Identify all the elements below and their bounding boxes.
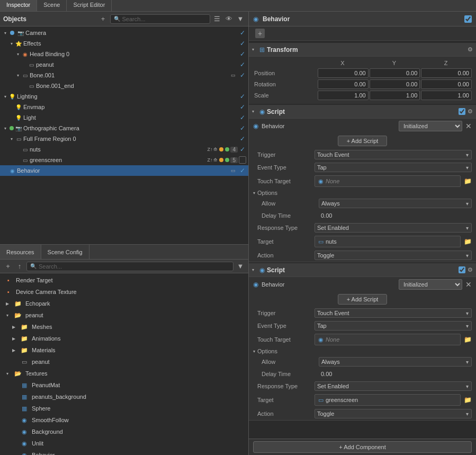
script1-gear-icon[interactable]: ⚙ — [468, 108, 473, 115]
check-lighting[interactable]: ✓ — [239, 93, 246, 100]
resource-animations[interactable]: ▶ 📁 Animations — [0, 333, 248, 344]
resource-echopark[interactable]: ▶ 📁 Echopark — [0, 298, 248, 309]
resource-peanutmat[interactable]: ▦ PeanutMat — [0, 379, 248, 391]
transform-gear-icon[interactable]: ⚙ — [468, 46, 473, 53]
tree-item-effects[interactable]: ▾ ⭐ Effects ✓ — [0, 38, 248, 49]
rotation-x[interactable] — [318, 79, 369, 89]
tree-item-behavior[interactable]: ◉ Behavior ▭ ✓ — [0, 165, 248, 176]
script2-options-arrow[interactable]: ▾ — [253, 349, 255, 354]
script2-add-script-btn[interactable]: + Add Script — [338, 294, 388, 305]
tree-item-bone001[interactable]: ▾ ▭ Bone.001 ▭ ✓ — [0, 70, 248, 81]
check-behavior[interactable]: ✓ — [239, 167, 246, 174]
arrow-textures[interactable]: ▾ — [4, 370, 11, 377]
arrow-meshes[interactable]: ▶ — [11, 324, 17, 330]
script1-touch-folder-icon[interactable]: 📁 — [464, 177, 472, 185]
script1-target-folder-icon[interactable]: 📁 — [464, 238, 472, 245]
resource-textures[interactable]: ▾ 📂 Textures — [0, 368, 248, 379]
resource-smooth-follow[interactable]: ◉ SmoothFollow — [0, 414, 248, 426]
script2-touch-folder-icon[interactable]: 📁 — [464, 336, 472, 343]
objects-list-view-btn[interactable]: ☰ — [212, 14, 222, 24]
resource-peanuts-bg[interactable]: ▦ peanuts_background — [0, 391, 248, 403]
script1-checkbox[interactable] — [459, 108, 465, 115]
script2-checkbox[interactable] — [459, 266, 465, 273]
scale-z[interactable] — [421, 91, 472, 100]
script2-action-select[interactable]: Toggle — [315, 409, 472, 418]
arrow-effects[interactable]: ▾ — [8, 40, 15, 47]
script2-event-type-select[interactable]: Tap — [315, 321, 472, 331]
arrow-lighting[interactable]: ▾ — [2, 93, 8, 100]
script1-touch-input[interactable]: ◉ None — [315, 175, 461, 187]
script1-action-select[interactable]: Toggle — [315, 251, 472, 260]
arrow-peanut-folder[interactable]: ▾ — [4, 312, 11, 318]
check-envmap[interactable]: ✓ — [239, 103, 246, 111]
add-resource-btn[interactable]: + — [3, 262, 13, 271]
script1-close-icon[interactable]: ✕ — [465, 122, 472, 130]
position-y[interactable] — [370, 68, 420, 78]
arrow-echopark[interactable]: ▶ — [4, 300, 11, 307]
resource-device-cam[interactable]: ▪ Device Camera Texture — [0, 286, 248, 298]
script1-behavior-select[interactable]: Initialized — [399, 121, 462, 131]
script2-close-icon[interactable]: ✕ — [465, 280, 472, 289]
script1-trigger-select[interactable]: Touch Event — [315, 150, 472, 159]
arrow-animations[interactable]: ▶ — [11, 335, 17, 342]
script2-target-folder-icon[interactable]: 📁 — [464, 396, 472, 404]
check-peanut-obj[interactable]: ✓ — [239, 61, 246, 68]
check-bone001[interactable]: ✓ — [239, 72, 246, 79]
script2-trigger-select[interactable]: Touch Event — [315, 308, 472, 318]
position-z[interactable] — [421, 68, 472, 78]
tree-item-nuts[interactable]: ▭ nuts Z↑ ⟰ 4 ✓ — [0, 144, 248, 155]
tree-item-camera[interactable]: ▾ 📷 Camera ✓ — [0, 28, 248, 38]
tree-item-ortho-cam[interactable]: ▾ 📷 Orthographic Camera ✓ — [0, 123, 248, 133]
objects-search-input[interactable] — [122, 16, 207, 22]
script1-options-arrow[interactable]: ▾ — [253, 191, 255, 195]
script1-event-type-select[interactable]: Tap — [315, 163, 472, 172]
check-nuts[interactable]: ✓ — [239, 146, 246, 153]
tab-scene-config[interactable]: Scene Config — [41, 245, 89, 259]
resource-render-target[interactable]: ▪ Render Target — [0, 274, 248, 286]
inspector-add-component-icon[interactable]: + — [255, 29, 265, 38]
import-resource-btn[interactable]: ↑ — [15, 262, 24, 271]
position-x[interactable] — [318, 68, 369, 78]
script2-allow-select[interactable]: Always — [319, 357, 472, 367]
resource-background[interactable]: ◉ Background — [0, 426, 248, 438]
tab-inspector[interactable]: Inspector — [0, 0, 37, 11]
tree-item-lighting[interactable]: ▾ 💡 Lighting ✓ — [0, 91, 248, 102]
script1-header[interactable]: ▾ ◉ Script ⚙ — [249, 105, 476, 119]
check-light[interactable]: ✓ — [239, 114, 246, 121]
tab-script-editor[interactable]: Script Editor — [67, 0, 112, 11]
tab-scene[interactable]: Scene — [37, 0, 67, 11]
resource-peanut-mesh[interactable]: ▭ peanut — [0, 356, 248, 368]
arrow-full-frame[interactable]: ▾ — [8, 136, 15, 142]
script1-add-script-btn[interactable]: + Add Script — [338, 136, 388, 146]
rotation-z[interactable] — [421, 79, 472, 89]
behavior-alt-icon[interactable]: ▭ — [228, 166, 238, 175]
greenscreen-checkbox[interactable] — [239, 156, 246, 164]
scale-x[interactable] — [318, 91, 369, 100]
script1-allow-select[interactable]: Always — [319, 199, 472, 208]
tree-item-full-frame[interactable]: ▾ ▭ Full Frame Region 0 ✓ — [0, 133, 248, 144]
script2-gear-icon[interactable]: ⚙ — [468, 266, 473, 273]
resource-materials[interactable]: ▶ 📁 Materials — [0, 344, 248, 356]
script2-header[interactable]: ▾ ◉ Script ⚙ — [249, 263, 476, 277]
check-camera[interactable]: ✓ — [239, 29, 246, 37]
objects-filter-btn[interactable]: ▼ — [236, 14, 245, 24]
objects-eye-btn[interactable]: 👁 — [224, 14, 233, 24]
tree-item-envmap[interactable]: 💡 Envmap ✓ — [0, 102, 248, 112]
resource-peanut-folder[interactable]: ▾ 📂 peanut — [0, 309, 248, 321]
add-object-btn[interactable]: + — [98, 14, 108, 24]
resource-unlit[interactable]: ◉ Unlit — [0, 438, 248, 449]
resources-search-input[interactable] — [39, 263, 230, 270]
check-full-frame[interactable]: ✓ — [239, 135, 246, 142]
transform-header[interactable]: ▾ ⊞ Transform ⚙ — [249, 43, 476, 57]
script2-touch-input[interactable]: ◉ None — [315, 334, 461, 345]
script2-behavior-select[interactable]: Initialized — [399, 279, 462, 290]
arrow-materials[interactable]: ▶ — [11, 347, 17, 353]
add-component-btn[interactable]: + Add Component — [253, 441, 472, 453]
script1-target-value[interactable]: ▭ nuts — [315, 236, 461, 247]
arrow-head-binding[interactable]: ▾ — [15, 51, 21, 57]
tab-resources[interactable]: Resources — [0, 245, 41, 259]
resource-meshes[interactable]: ▶ 📁 Meshes — [0, 321, 248, 333]
rotation-y[interactable] — [370, 79, 420, 89]
script2-target-value[interactable]: ▭ greenscreen — [315, 394, 461, 406]
scale-y[interactable] — [370, 91, 420, 100]
